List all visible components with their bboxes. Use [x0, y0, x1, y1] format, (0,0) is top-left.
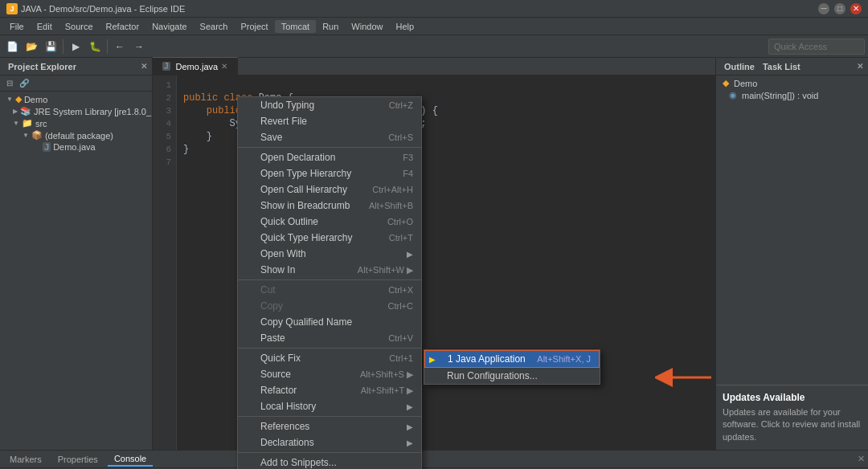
- ctx-revert[interactable]: Revert File: [238, 113, 421, 129]
- maximize-button[interactable]: □: [834, 3, 845, 14]
- ctx-cut-label: Cut: [260, 284, 276, 296]
- toolbar-open-btn[interactable]: 📂: [23, 38, 40, 55]
- menu-source[interactable]: Source: [59, 20, 100, 33]
- task-list-tab[interactable]: Task List: [760, 62, 804, 71]
- tab-close-btn[interactable]: ✕: [221, 62, 227, 71]
- ctx-quick-fix-label: Quick Fix: [260, 353, 301, 364]
- project-explorer-header: Project Explorer ✕: [0, 58, 152, 75]
- tree-label-java: Demo.java: [53, 142, 96, 152]
- ctx-source[interactable]: Source Alt+Shift+S ▶: [238, 366, 421, 382]
- ctx-local-history-arrow: ▶: [407, 402, 413, 411]
- panel-tabs: Project Explorer: [5, 62, 80, 71]
- menu-tomcat[interactable]: Tomcat: [275, 20, 316, 33]
- ctx-open-with[interactable]: Open With ▶: [238, 246, 421, 262]
- toolbar-run-btn[interactable]: ▶: [67, 38, 84, 55]
- right-panel: Outline Task List ✕ ◆ Demo ◉ main(String…: [715, 58, 868, 450]
- toolbar-sep2: [107, 39, 108, 54]
- ctx-show-in[interactable]: Show In Alt+Shift+W ▶: [238, 262, 421, 278]
- outline-tab[interactable]: Outline: [721, 62, 758, 71]
- editor-tab-demo[interactable]: J Demo.java ✕: [153, 57, 238, 75]
- menu-search[interactable]: Search: [194, 20, 235, 33]
- context-menu: Undo Typing Ctrl+Z Revert File Save Ctrl…: [237, 96, 422, 469]
- minimize-button[interactable]: ─: [818, 3, 829, 14]
- toolbar-back-btn[interactable]: ←: [111, 38, 129, 55]
- ctx-declarations[interactable]: Declarations ▶: [238, 434, 421, 451]
- outline-label-demo: Demo: [734, 79, 757, 88]
- menu-refactor[interactable]: Refactor: [100, 20, 146, 33]
- toolbar-fwd-btn[interactable]: →: [130, 38, 148, 55]
- ctx-sep2: [238, 279, 421, 280]
- tree-item-src[interactable]: ▼ 📁 src: [0, 117, 152, 129]
- outline-item-main[interactable]: ◉ main(String[]) : void: [716, 89, 868, 101]
- main-layout: Project Explorer ✕ ⊟ 🔗 ▼ ◆ Demo ▶ 📚 JRE …: [0, 58, 868, 450]
- ctx-open-decl[interactable]: Open Declaration F3: [238, 149, 421, 165]
- toolbar-save-btn[interactable]: 💾: [42, 38, 59, 55]
- ctx-sep3: [238, 348, 421, 349]
- ctx-save[interactable]: Save Ctrl+S: [238, 129, 421, 145]
- ctx-source-shortcut: Alt+Shift+S ▶: [360, 369, 413, 380]
- toolbar-debug-btn[interactable]: 🐛: [86, 38, 104, 55]
- outline-close-btn[interactable]: ✕: [857, 62, 863, 71]
- ctx-open-call[interactable]: Open Call Hierarchy Ctrl+Alt+H: [238, 181, 421, 198]
- ctx-refactor[interactable]: Refactor Alt+Shift+T ▶: [238, 382, 421, 398]
- ctx-undo[interactable]: Undo Typing Ctrl+Z: [238, 97, 421, 113]
- sub-item-java-app-shortcut: Alt+Shift+X, J: [537, 354, 591, 364]
- menu-project[interactable]: Project: [234, 20, 274, 33]
- ctx-copy: Copy Ctrl+C: [238, 298, 421, 314]
- ctx-local-history-label: Local History: [260, 401, 316, 412]
- ctx-show-in-shortcut: Alt+Shift+W ▶: [358, 265, 413, 275]
- console-tab[interactable]: Console: [108, 452, 153, 467]
- left-panel: Project Explorer ✕ ⊟ 🔗 ▼ ◆ Demo ▶ 📚 JRE …: [0, 58, 153, 450]
- ctx-declarations-label: Declarations: [260, 437, 314, 448]
- ctx-quick-type[interactable]: Quick Type Hierarchy Ctrl+T: [238, 230, 421, 246]
- ctx-copy-qualified[interactable]: Copy Qualified Name: [238, 314, 421, 330]
- ctx-quick-fix[interactable]: Quick Fix Ctrl+1: [238, 350, 421, 366]
- project-icon: ◆: [15, 94, 22, 104]
- tree-label-demo: Demo: [24, 95, 47, 104]
- menu-run[interactable]: Run: [316, 20, 345, 33]
- line-num-1: 1: [153, 79, 171, 92]
- line-num-7: 7: [153, 156, 171, 169]
- properties-tab[interactable]: Properties: [51, 453, 104, 466]
- close-button[interactable]: ✕: [850, 3, 862, 14]
- menu-edit[interactable]: Edit: [31, 20, 59, 33]
- tree-item-demo[interactable]: ▼ ◆ Demo: [0, 93, 152, 105]
- tree-item-java[interactable]: J Demo.java: [0, 141, 152, 153]
- ctx-quick-outline-label: Quick Outline: [260, 216, 318, 227]
- ctx-breadcrumb-label: Show in Breadcrumb: [260, 200, 350, 211]
- menu-navigate[interactable]: Navigate: [145, 20, 193, 33]
- ctx-save-shortcut: Ctrl+S: [388, 133, 413, 142]
- window-title: JAVA - Demo/src/Demo.java - Eclipse IDE: [21, 4, 185, 14]
- quick-access-input[interactable]: [768, 39, 865, 55]
- ctx-paste[interactable]: Paste Ctrl+V: [238, 330, 421, 346]
- ctx-quick-type-label: Quick Type Hierarchy: [260, 232, 353, 243]
- ctx-paste-shortcut: Ctrl+V: [388, 333, 413, 343]
- tree-item-package[interactable]: ▼ 📦 (default package): [0, 129, 152, 141]
- ctx-quick-outline[interactable]: Quick Outline Ctrl+O: [238, 214, 421, 230]
- menu-window[interactable]: Window: [345, 20, 389, 33]
- tree-item-jre[interactable]: ▶ 📚 JRE System Library [jre1.8.0_181]: [0, 105, 152, 117]
- src-icon: 📁: [22, 118, 33, 128]
- ctx-open-type[interactable]: Open Type Hierarchy F4: [238, 165, 421, 181]
- ctx-paste-label: Paste: [260, 332, 285, 344]
- collapse-all-btn[interactable]: ⊟: [3, 77, 16, 90]
- outline-item-demo[interactable]: ◆ Demo: [716, 77, 868, 89]
- ctx-open-with-label: Open With: [260, 248, 306, 259]
- ctx-references[interactable]: References ▶: [238, 418, 421, 434]
- link-btn[interactable]: 🔗: [18, 77, 31, 90]
- menu-file[interactable]: File: [3, 20, 31, 33]
- panel-close-btn[interactable]: ✕: [141, 62, 147, 71]
- sub-item-java-app[interactable]: ▶ 1 Java Application Alt+Shift+X, J: [424, 350, 600, 368]
- window-controls[interactable]: ─ □ ✕: [818, 3, 862, 14]
- ctx-refactor-shortcut: Alt+Shift+T ▶: [361, 385, 413, 396]
- tree-label-package: (default package): [45, 131, 113, 141]
- menu-help[interactable]: Help: [389, 20, 420, 33]
- toolbar-new-btn[interactable]: 📄: [3, 38, 21, 55]
- ctx-add-snippets-label: Add to Snippets...: [260, 457, 337, 468]
- markers-tab[interactable]: Markers: [3, 453, 48, 466]
- ctx-breadcrumb[interactable]: Show in Breadcrumb Alt+Shift+B: [238, 198, 421, 214]
- project-explorer-tab[interactable]: Project Explorer: [5, 62, 80, 71]
- sub-item-run-config[interactable]: Run Configurations...: [424, 368, 600, 384]
- ctx-add-snippets[interactable]: Add to Snippets...: [238, 455, 421, 469]
- ctx-local-history[interactable]: Local History ▶: [238, 398, 421, 414]
